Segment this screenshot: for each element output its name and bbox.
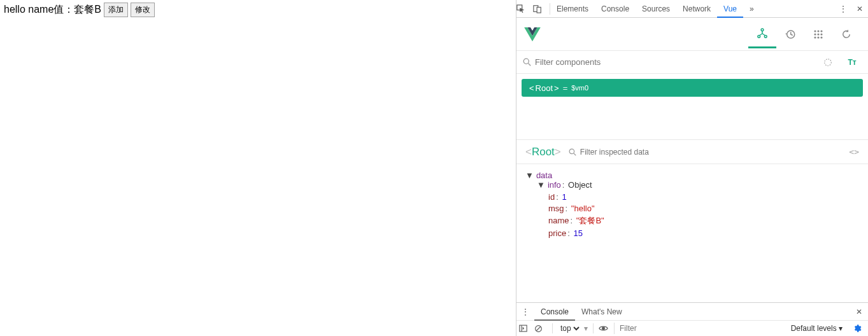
drawer-tab-whatsnew[interactable]: What's New xyxy=(575,303,629,321)
tab-elements[interactable]: Elements xyxy=(550,0,595,18)
target-icon[interactable] xyxy=(823,58,843,67)
page-text: hello name值：套餐B xyxy=(4,3,101,17)
filter-components-row: Tт xyxy=(516,51,868,74)
prop-key: price xyxy=(548,228,566,238)
prop-val: "套餐B" xyxy=(576,216,604,225)
context-select[interactable]: top xyxy=(558,323,581,333)
tab-vue[interactable]: Vue xyxy=(717,0,743,18)
edit-button[interactable]: 修改 xyxy=(131,3,155,17)
history-icon[interactable] xyxy=(776,20,804,48)
drawer-menu-icon[interactable]: ⋮ xyxy=(516,307,534,316)
prop-val: 15 xyxy=(573,228,582,238)
svg-point-23 xyxy=(602,327,605,330)
close-icon[interactable]: ✕ xyxy=(851,4,868,13)
svg-point-18 xyxy=(569,149,574,154)
search-icon xyxy=(523,58,531,66)
svg-point-12 xyxy=(820,33,822,35)
split-gap xyxy=(516,102,868,140)
component-open: < xyxy=(529,83,534,93)
drawer-tab-console[interactable]: Console xyxy=(534,303,575,321)
inspected-header: <Root> <> xyxy=(516,140,868,164)
inspect-icon[interactable] xyxy=(516,4,533,13)
devtools-panel: Elements Console Sources Network Vue » ⋮… xyxy=(516,0,868,336)
inspected-close: > xyxy=(555,146,561,158)
svg-point-16 xyxy=(523,59,529,64)
data-section-label: data xyxy=(536,171,552,180)
data-key: info xyxy=(548,180,561,190)
tab-more[interactable]: » xyxy=(743,0,760,18)
search-icon xyxy=(569,148,576,156)
components-tab-icon[interactable] xyxy=(748,20,776,48)
data-section[interactable]: ▼data xyxy=(525,171,859,180)
log-levels[interactable]: Default levels ▾ xyxy=(787,324,846,333)
component-vm: $vm0 xyxy=(571,84,588,92)
separator xyxy=(552,323,553,333)
data-prop-id[interactable]: id: 1 xyxy=(548,192,859,202)
prop-key: name xyxy=(548,216,569,225)
eye-icon[interactable] xyxy=(599,325,611,332)
clear-console-icon[interactable] xyxy=(534,325,547,333)
inspected-name: Root xyxy=(532,146,555,158)
svg-point-9 xyxy=(820,30,822,32)
drawer-close-icon[interactable]: ✕ xyxy=(850,307,868,316)
grid-icon[interactable] xyxy=(804,20,832,48)
prop-val: 1 xyxy=(562,192,566,202)
component-row-root[interactable]: <Root> = $vm0 xyxy=(522,79,863,97)
svg-rect-2 xyxy=(537,7,541,13)
devtools-tabs: Elements Console Sources Network Vue » ⋮… xyxy=(516,0,868,18)
svg-point-8 xyxy=(817,30,819,32)
gear-icon[interactable] xyxy=(849,324,865,333)
console-sidebar-icon[interactable] xyxy=(519,325,532,332)
svg-point-15 xyxy=(820,36,822,38)
format-icon[interactable]: Tт xyxy=(843,58,862,67)
component-eq: = xyxy=(563,83,568,93)
vue-header xyxy=(516,18,868,51)
svg-line-22 xyxy=(536,326,541,331)
app-page: hello name值：套餐B 添加 修改 xyxy=(0,0,516,336)
add-button[interactable]: 添加 xyxy=(104,3,128,17)
svg-point-13 xyxy=(814,36,816,38)
console-filter-input[interactable] xyxy=(614,323,785,334)
braces-icon[interactable]: <> xyxy=(849,147,859,157)
svg-point-3 xyxy=(761,29,764,31)
data-prop-msg[interactable]: msg: "hello" xyxy=(548,204,859,213)
svg-point-17 xyxy=(825,59,832,66)
chevron-down-icon[interactable]: ▼ xyxy=(525,171,534,180)
prop-key: msg xyxy=(548,204,564,213)
data-type: Object xyxy=(568,180,592,190)
component-name: Root xyxy=(536,83,553,93)
svg-point-11 xyxy=(817,33,819,35)
chevron-down-icon[interactable]: ▼ xyxy=(537,180,545,190)
settings-icon[interactable]: ⋮ xyxy=(835,4,851,13)
device-icon[interactable] xyxy=(533,4,550,13)
data-panel: ▼data ▼info: Object id: 1 msg: "hello" n… xyxy=(516,164,868,302)
filter-inspected-input[interactable] xyxy=(580,148,850,157)
filter-components-input[interactable] xyxy=(535,57,823,67)
inspected-open: < xyxy=(525,146,532,158)
data-prop-price[interactable]: price: 15 xyxy=(548,228,859,238)
tab-console[interactable]: Console xyxy=(595,0,636,18)
tab-network[interactable]: Network xyxy=(676,0,717,18)
svg-point-14 xyxy=(817,36,819,38)
prop-val: "hello" xyxy=(571,204,595,213)
console-drawer: ⋮ Console What's New ✕ top ▾ xyxy=(516,302,868,336)
data-info-row[interactable]: ▼info: Object xyxy=(537,180,859,190)
refresh-icon[interactable] xyxy=(832,20,860,48)
separator xyxy=(593,323,594,333)
data-prop-name[interactable]: name: "套餐B" xyxy=(548,215,859,227)
component-close: > xyxy=(554,83,559,93)
svg-point-7 xyxy=(814,30,816,32)
vue-logo-icon xyxy=(524,27,541,41)
prop-key: id xyxy=(548,192,555,202)
svg-point-10 xyxy=(814,33,816,35)
tab-sources[interactable]: Sources xyxy=(636,0,676,18)
console-toolbar: top ▾ Default levels ▾ xyxy=(516,321,868,336)
